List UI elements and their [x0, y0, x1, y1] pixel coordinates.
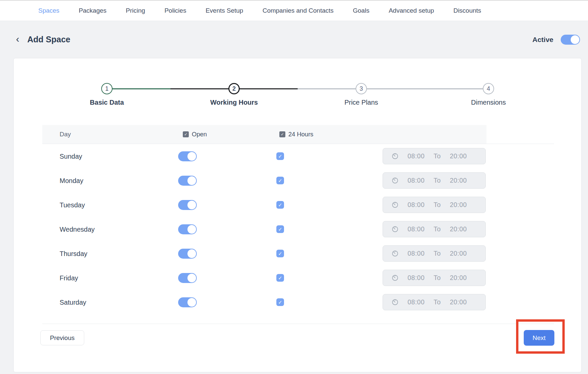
toggle-knob: [187, 225, 196, 234]
time-from: 08:00: [408, 201, 425, 209]
time-from: 08:00: [408, 298, 425, 306]
day-label: Wednesday: [60, 225, 95, 233]
toggle-knob: [187, 176, 196, 185]
time-to: 20:00: [450, 274, 467, 282]
footer-divider: [42, 324, 554, 324]
step-number: 2: [228, 83, 240, 94]
step-connector: [425, 88, 483, 89]
toggle-knob: [187, 152, 196, 161]
time-to-label: To: [434, 152, 441, 160]
time-from: 08:00: [408, 177, 425, 184]
nav-item-spaces[interactable]: Spaces: [38, 7, 59, 14]
step-label: Basic Data: [43, 99, 170, 106]
nav-item-discounts[interactable]: Discounts: [453, 7, 481, 14]
table-row-monday: Monday✓08:00To20:00: [42, 168, 554, 193]
step-label: Dimensions: [425, 99, 552, 106]
time-to-label: To: [434, 177, 441, 184]
open-all-checkbox[interactable]: ✓: [183, 131, 189, 137]
hours24-checkbox[interactable]: ✓: [276, 177, 284, 184]
toggle-knob: [571, 35, 579, 44]
time-to: 20:00: [450, 152, 467, 160]
hours24-checkbox[interactable]: ✓: [276, 152, 284, 160]
nav-item-events-setup[interactable]: Events Setup: [205, 7, 243, 14]
nav-item-packages[interactable]: Packages: [79, 7, 106, 14]
day-label: Thursday: [60, 250, 87, 257]
column-24hours: ✓ 24 Hours: [279, 131, 313, 138]
top-nav: SpacesPackagesPricingPoliciesEvents Setu…: [0, 0, 588, 21]
hours24-checkbox[interactable]: ✓: [276, 274, 284, 282]
open-toggle[interactable]: [178, 297, 197, 307]
add-space-card: 1Basic Data2Working Hours3Price Plans4Di…: [13, 58, 582, 372]
step-price-plans[interactable]: 3Price Plans: [298, 83, 425, 106]
hours24-checkbox[interactable]: ✓: [276, 250, 284, 257]
stepper: 1Basic Data2Working Hours3Price Plans4Di…: [43, 83, 552, 106]
time-to: 20:00: [450, 177, 467, 184]
step-dimensions[interactable]: 4Dimensions: [425, 83, 552, 106]
time-range-input[interactable]: 08:00To20:00: [383, 197, 486, 213]
column-24hours-label: 24 Hours: [288, 131, 313, 138]
page-title-bar: ‹ Add Space Active: [0, 21, 588, 58]
time-range-input[interactable]: 08:00To20:00: [383, 294, 486, 310]
clock-icon: [392, 201, 399, 208]
time-range-input[interactable]: 08:00To20:00: [383, 270, 486, 286]
column-open: ✓ Open: [183, 131, 207, 138]
time-to-label: To: [434, 225, 441, 233]
open-toggle[interactable]: [178, 200, 197, 210]
previous-button[interactable]: Previous: [40, 330, 84, 345]
nav-item-advanced-setup[interactable]: Advanced setup: [389, 7, 434, 14]
step-number: 4: [483, 83, 494, 94]
table-row-wednesday: Wednesday✓08:00To20:00: [42, 217, 554, 241]
step-connector: [298, 88, 356, 89]
time-range-input[interactable]: 08:00To20:00: [383, 172, 486, 189]
step-number: 1: [101, 83, 113, 94]
nav-item-policies[interactable]: Policies: [164, 7, 186, 14]
time-to: 20:00: [450, 298, 467, 306]
page-title: Add Space: [27, 35, 70, 44]
table-header-band: [42, 125, 486, 144]
active-toggle[interactable]: [561, 35, 580, 45]
step-connector: [170, 88, 229, 89]
day-label: Monday: [60, 177, 83, 184]
time-range-input[interactable]: 08:00To20:00: [383, 148, 486, 164]
table-row-saturday: Saturday✓08:00To20:00: [42, 290, 554, 314]
table-row-sunday: Sunday✓08:00To20:00: [42, 144, 554, 168]
step-number: 3: [356, 83, 367, 94]
time-to: 20:00: [450, 201, 467, 209]
open-toggle[interactable]: [178, 249, 197, 259]
nav-item-goals[interactable]: Goals: [353, 7, 370, 14]
working-hours-table: Day ✓ Open ✓ 24 Hours Sunday✓08:00To20:0…: [42, 125, 554, 314]
open-toggle[interactable]: [178, 273, 197, 283]
hours24-checkbox[interactable]: ✓: [276, 298, 284, 306]
time-range-input[interactable]: 08:00To20:00: [383, 245, 486, 262]
time-to-label: To: [434, 201, 441, 209]
time-to: 20:00: [450, 225, 467, 233]
clock-icon: [392, 153, 399, 160]
step-basic-data[interactable]: 1Basic Data: [43, 83, 170, 106]
open-toggle[interactable]: [178, 224, 197, 234]
back-icon[interactable]: ‹: [16, 34, 19, 44]
time-range-input[interactable]: 08:00To20:00: [383, 221, 486, 237]
table-row-friday: Friday✓08:00To20:00: [42, 266, 554, 290]
day-label: Saturday: [60, 298, 86, 306]
toggle-knob: [187, 249, 196, 258]
time-to: 20:00: [450, 250, 467, 257]
next-button[interactable]: Next: [524, 330, 554, 346]
column-day: Day: [42, 131, 71, 138]
hours24-all-checkbox[interactable]: ✓: [279, 131, 285, 137]
title-right-group: Active: [532, 35, 580, 45]
step-connector: [239, 88, 298, 89]
table-row-thursday: Thursday✓08:00To20:00: [42, 241, 554, 266]
clock-icon: [392, 226, 399, 233]
step-label: Working Hours: [170, 99, 298, 106]
nav-item-companies-and-contacts[interactable]: Companies and Contacts: [262, 7, 333, 14]
hours24-checkbox[interactable]: ✓: [276, 201, 284, 209]
clock-icon: [392, 274, 399, 281]
column-open-label: Open: [192, 131, 207, 138]
hours24-checkbox[interactable]: ✓: [276, 225, 284, 233]
time-from: 08:00: [408, 250, 425, 257]
open-toggle[interactable]: [178, 151, 197, 161]
step-working-hours[interactable]: 2Working Hours: [170, 83, 298, 106]
time-from: 08:00: [408, 152, 425, 160]
open-toggle[interactable]: [178, 176, 197, 186]
nav-item-pricing[interactable]: Pricing: [126, 7, 145, 14]
